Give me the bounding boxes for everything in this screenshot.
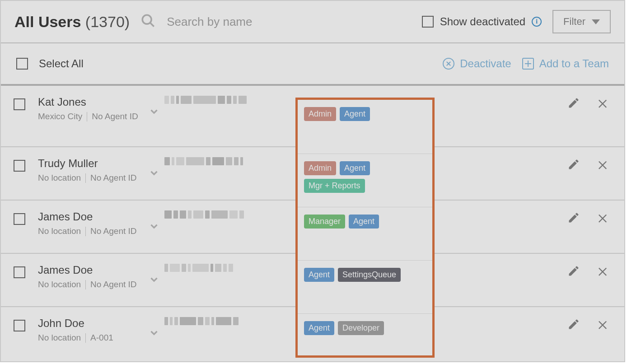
user-location: No location — [38, 279, 81, 290]
title-text: All Users — [14, 13, 81, 30]
user-name[interactable]: Kat Jones — [38, 96, 164, 108]
user-agent-id: No Agent ID — [90, 226, 136, 237]
row-checkbox[interactable] — [14, 160, 25, 172]
user-location: Mexico City — [38, 111, 82, 122]
delete-button[interactable] — [596, 318, 609, 332]
table-row: Trudy MullerNo locationNo Agent ID — [1, 147, 624, 201]
delete-button[interactable] — [596, 158, 609, 173]
user-email-redacted — [164, 96, 300, 104]
search-icon — [140, 13, 156, 30]
user-name[interactable]: John Doe — [38, 317, 164, 330]
row-checkbox[interactable] — [14, 320, 25, 331]
edit-button[interactable] — [567, 211, 580, 226]
select-all-checkbox[interactable] — [16, 58, 28, 70]
show-deactivated-checkbox[interactable] — [422, 16, 434, 28]
svg-point-0 — [142, 15, 151, 24]
user-email-redacted — [164, 210, 300, 219]
user-location: No location — [38, 332, 81, 344]
show-deactivated-toggle[interactable]: Show deactivated i — [422, 15, 542, 28]
user-location: No location — [38, 173, 81, 184]
svg-line-1 — [150, 23, 154, 27]
edit-button[interactable] — [567, 97, 580, 111]
delete-button[interactable] — [596, 265, 609, 279]
table-row: John DoeNo locationA-001 — [1, 307, 624, 358]
edit-button[interactable] — [567, 265, 580, 279]
user-agent-id: No Agent ID — [92, 111, 138, 122]
deactivate-label: Deactivate — [460, 57, 511, 70]
user-roles — [300, 254, 431, 270]
close-icon — [443, 58, 454, 70]
user-name[interactable]: James Doe — [38, 210, 164, 223]
row-checkbox[interactable] — [14, 98, 25, 110]
user-email-redacted — [164, 264, 300, 272]
edit-button[interactable] — [567, 158, 580, 173]
select-all-label: Select All — [39, 57, 84, 70]
panel-header: All Users (1370) Show deactivated i Filt… — [1, 1, 624, 43]
user-agent-id: No Agent ID — [90, 279, 136, 290]
expand-chevron-icon[interactable] — [148, 220, 160, 234]
add-to-team-button[interactable]: Add to a Team — [522, 57, 609, 70]
edit-button[interactable] — [567, 318, 580, 332]
info-icon[interactable]: i — [532, 17, 542, 27]
deactivate-button[interactable]: Deactivate — [443, 57, 511, 70]
user-name[interactable]: James Doe — [38, 264, 164, 276]
expand-chevron-icon[interactable] — [148, 327, 160, 341]
row-checkbox[interactable] — [14, 213, 25, 225]
user-email-redacted — [164, 317, 300, 325]
user-roles — [300, 86, 431, 102]
delete-button[interactable] — [596, 211, 609, 226]
filter-button[interactable]: Filter — [552, 10, 611, 33]
user-name[interactable]: Trudy Muller — [38, 157, 164, 170]
show-deactivated-label: Show deactivated — [440, 15, 525, 28]
toolbar: Select All Deactivate Add to a Team — [1, 43, 624, 86]
user-email-redacted — [164, 157, 300, 165]
user-agent-id: No Agent ID — [90, 173, 136, 184]
search-input[interactable] — [167, 15, 411, 29]
user-agent-id: A-001 — [90, 332, 113, 344]
add-to-team-label: Add to a Team — [539, 57, 609, 70]
expand-chevron-icon[interactable] — [148, 106, 160, 119]
row-checkbox[interactable] — [14, 266, 25, 278]
expand-chevron-icon[interactable] — [148, 167, 160, 181]
user-roles — [300, 147, 431, 163]
page-title: All Users (1370) — [14, 13, 130, 31]
user-roles — [300, 307, 431, 323]
user-rows: Kat JonesMexico CityNo Agent IDTrudy Mul… — [1, 86, 624, 358]
table-row: James DoeNo locationNo Agent ID — [1, 254, 624, 307]
chevron-down-icon — [592, 19, 600, 24]
plus-icon — [522, 58, 534, 70]
table-row: Kat JonesMexico CityNo Agent ID — [1, 86, 624, 147]
user-count: (1370) — [85, 13, 130, 30]
expand-chevron-icon[interactable] — [148, 274, 160, 287]
users-panel: All Users (1370) Show deactivated i Filt… — [0, 0, 625, 362]
filter-label: Filter — [563, 16, 585, 28]
table-row: James DoeNo locationNo Agent ID — [1, 201, 624, 254]
user-roles — [300, 201, 431, 217]
delete-button[interactable] — [596, 97, 609, 111]
user-location: No location — [38, 226, 81, 237]
